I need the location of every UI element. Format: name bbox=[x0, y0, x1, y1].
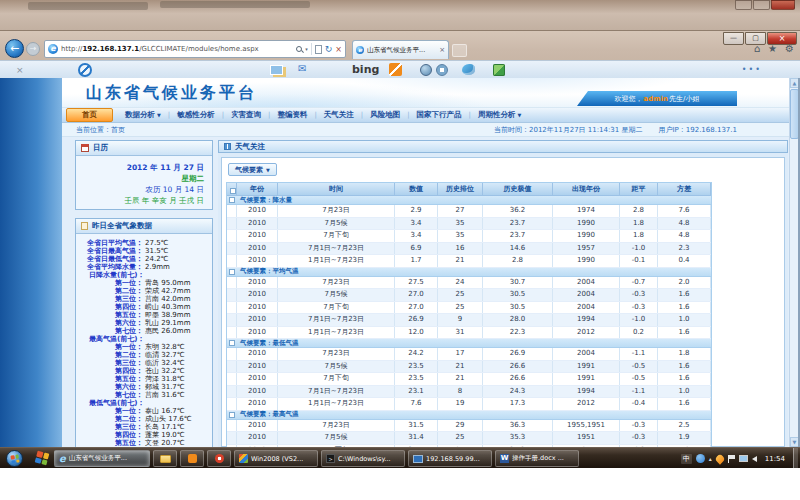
taskbar-window-5[interactable]: >C:\Windows\sy... bbox=[321, 450, 405, 467]
stat-value: 长岛 17.1℃ bbox=[145, 423, 185, 431]
taskbar-window-2[interactable] bbox=[180, 450, 204, 467]
favorites-icon[interactable]: ★ bbox=[768, 42, 777, 56]
nav-item-8[interactable]: 周期性分析▼ bbox=[471, 110, 528, 120]
compatibility-view-icon[interactable] bbox=[315, 45, 322, 54]
more-options-icon[interactable]: ••• bbox=[742, 65, 762, 74]
table-cell bbox=[227, 243, 237, 255]
address-bar[interactable]: e http://192.168.137.1/GLCCLIMATE/module… bbox=[44, 40, 346, 58]
taskbar-clock[interactable]: 11:54 bbox=[761, 455, 789, 463]
new-tab-button[interactable] bbox=[452, 44, 467, 57]
select-all-checkbox[interactable] bbox=[230, 188, 236, 194]
stop-icon[interactable]: × bbox=[335, 45, 342, 54]
nav-item-3[interactable]: 灾害查询 bbox=[224, 110, 268, 120]
taskbar-window-0[interactable]: e山东省气候业务平... bbox=[54, 450, 150, 467]
toolbar-plugin-icon[interactable] bbox=[420, 64, 432, 76]
table-group-row[interactable]: 气候要素：最高气温 bbox=[227, 411, 711, 420]
network-icon[interactable] bbox=[739, 455, 748, 462]
toolbar-bird-icon[interactable] bbox=[462, 64, 475, 75]
input-language-indicator[interactable]: 中 bbox=[681, 454, 692, 464]
word-icon: W bbox=[500, 454, 509, 463]
tray-expand-icon[interactable]: ▴ bbox=[709, 455, 712, 462]
blocked-icon[interactable] bbox=[78, 63, 92, 77]
volume-icon[interactable] bbox=[752, 456, 757, 462]
pinned-app-icon[interactable] bbox=[35, 451, 50, 466]
site-header: 山东省气候业务平台 欢迎您，admin 先生/小姐 bbox=[62, 78, 789, 108]
tab-close-icon[interactable]: × bbox=[439, 46, 445, 54]
close-icon[interactable]: × bbox=[16, 65, 24, 75]
rank-section-title: 日降水量(前七)： bbox=[79, 271, 209, 279]
table-row: 20107月5候23.52126.61991-0.51.6 bbox=[227, 361, 711, 374]
action-center-flag-icon[interactable] bbox=[728, 455, 735, 463]
table-cell: 1990 bbox=[553, 218, 620, 230]
toolbar-plugin-icon[interactable] bbox=[436, 64, 448, 76]
group-checkbox[interactable] bbox=[229, 412, 235, 418]
group-checkbox[interactable] bbox=[229, 197, 235, 203]
weather-stat-row: 第五位：文登 20.7℃ bbox=[79, 439, 209, 447]
browser-tab[interactable]: e 山东省气候业务平... × bbox=[352, 40, 449, 59]
taskbar-window-1[interactable] bbox=[153, 450, 177, 467]
taskbar-windows: e山东省气候业务平...Win2008 (VS2...>C:\Windows\s… bbox=[54, 450, 579, 467]
nav-item-1[interactable]: 数据分析▼ bbox=[118, 110, 168, 120]
table-cell: 17.3 bbox=[483, 398, 553, 410]
search-provider-icon[interactable] bbox=[389, 63, 402, 76]
photos-icon[interactable] bbox=[270, 65, 283, 75]
url-text[interactable]: http://192.168.137.1/GLCCLIMATE/modules/… bbox=[61, 45, 293, 53]
table-header-cell: 年份 bbox=[237, 183, 278, 196]
table-cell: 24.2 bbox=[395, 348, 438, 360]
minimize-icon[interactable] bbox=[735, 0, 752, 10]
page-scrollbar[interactable]: ▲ ▼ bbox=[789, 78, 798, 447]
table-group-row[interactable]: 气候要素：降水量 bbox=[227, 196, 711, 205]
group-checkbox[interactable] bbox=[229, 340, 235, 346]
refresh-icon[interactable]: ↻ bbox=[325, 45, 333, 54]
tools-icon[interactable]: ⚙ bbox=[785, 42, 794, 56]
back-button[interactable]: ← bbox=[5, 39, 24, 58]
table-cell: 27.5 bbox=[395, 277, 438, 289]
group-checkbox[interactable] bbox=[229, 269, 235, 275]
nav-item-0[interactable]: 首页 bbox=[66, 108, 113, 122]
table-row: 20107月下旬27.02530.52004-0.31.6 bbox=[227, 302, 711, 315]
taskbar-window-3[interactable] bbox=[207, 450, 231, 467]
nav-item-5[interactable]: 天气关注 bbox=[317, 110, 361, 120]
table-group-row[interactable]: 气候要素：平均气温 bbox=[227, 268, 711, 277]
bing-logo[interactable]: bing bbox=[352, 63, 379, 76]
table-cell: 2004 bbox=[553, 348, 620, 360]
mail-icon[interactable]: ✉ bbox=[298, 63, 306, 74]
tray-flame-icon[interactable] bbox=[714, 453, 725, 464]
calendar-panel: 日历 2012 年 11 月 27 日 星期二 农历 10 月 14 日 壬辰 … bbox=[75, 140, 213, 210]
stat-label: 第六位： bbox=[79, 383, 143, 391]
forward-button[interactable]: → bbox=[26, 42, 40, 56]
maximize-icon[interactable] bbox=[753, 0, 770, 10]
table-cell: 24 bbox=[438, 277, 483, 289]
taskbar-window-6[interactable]: 192.168.59.99... bbox=[408, 450, 492, 467]
nav-item-4[interactable]: 整编资料 bbox=[270, 110, 314, 120]
table-header-cell: 历史排位 bbox=[438, 183, 483, 196]
table-cell: 1.7 bbox=[395, 255, 438, 267]
nav-item-2[interactable]: 敏感性分析 bbox=[170, 110, 222, 120]
table-cell: 1.6 bbox=[658, 327, 711, 339]
weather-stat-row: 全省日最高气温：31.5℃ bbox=[79, 247, 209, 255]
home-icon[interactable]: ⌂ bbox=[754, 42, 760, 56]
table-cell: 23.5 bbox=[395, 361, 438, 373]
nav-item-6[interactable]: 风险地图 bbox=[363, 110, 407, 120]
table-group-row[interactable]: 气候要素：最低气温 bbox=[227, 339, 711, 348]
taskbar-window-7[interactable]: W操作手册.docx ... bbox=[495, 450, 579, 467]
nav-item-7[interactable]: 国家下行产品 bbox=[410, 110, 469, 120]
close-icon[interactable] bbox=[771, 0, 795, 10]
start-button[interactable] bbox=[6, 450, 23, 467]
show-desktop-button[interactable] bbox=[793, 448, 798, 469]
chevron-down-icon[interactable]: ▾ bbox=[305, 46, 308, 52]
table-cell: 1月1日~7月23日 bbox=[278, 398, 395, 410]
weather-stat-row: 第四位：苍山 32.2℃ bbox=[79, 367, 209, 375]
tray-app-icon[interactable] bbox=[696, 454, 705, 463]
table-header-cell: 方差 bbox=[658, 183, 711, 196]
taskbar-window-4[interactable]: Win2008 (VS2... bbox=[234, 450, 318, 467]
table-cell: 28.0 bbox=[483, 314, 553, 326]
climate-element-button[interactable]: 气候要素 ▼ bbox=[228, 163, 277, 176]
content-area: 日历 2012 年 11 月 27 日 星期二 农历 10 月 14 日 壬辰 … bbox=[62, 137, 789, 447]
group-label: 气候要素：降水量 bbox=[240, 196, 292, 205]
toolbar-plugin-icon[interactable] bbox=[493, 64, 505, 76]
table-header-cell: 出现年份 bbox=[553, 183, 620, 196]
search-icon[interactable] bbox=[296, 46, 302, 52]
calendar-body: 2012 年 11 月 27 日 星期二 农历 10 月 14 日 壬辰 年 辛… bbox=[76, 156, 212, 206]
weather-data-panel: 昨日全省气象数据 全省日平均气温：27.5℃全省日最高气温：31.5℃全省日最低… bbox=[75, 218, 213, 447]
